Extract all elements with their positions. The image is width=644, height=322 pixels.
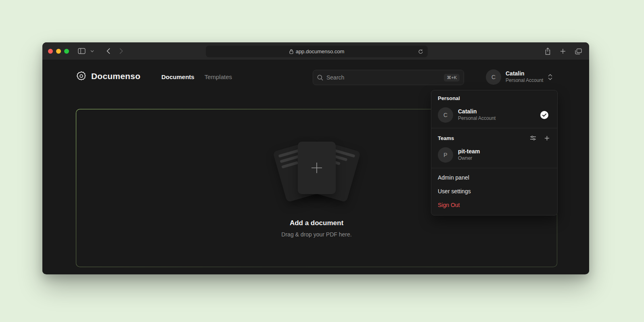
refresh-icon <box>418 49 423 54</box>
brand-name: Documenso <box>91 71 140 81</box>
share-button[interactable] <box>542 46 554 57</box>
new-tab-button[interactable] <box>557 46 569 57</box>
teams-section-label: Teams <box>438 135 454 141</box>
personal-account-name: Catalin <box>458 108 496 115</box>
menu-divider <box>431 128 557 128</box>
personal-account-avatar: C <box>438 107 453 123</box>
toolbar-action-icons <box>542 46 584 57</box>
personal-section-label: Personal <box>431 94 557 105</box>
add-document-plus-icon <box>310 161 324 175</box>
account-name: Catalin <box>506 70 543 77</box>
back-arrow-icon <box>107 48 110 54</box>
share-icon <box>545 48 551 55</box>
forward-button[interactable] <box>115 46 127 57</box>
tab-overview-button[interactable] <box>572 46 584 57</box>
browser-toolbar: app.documenso.com <box>42 42 589 60</box>
team-avatar: P <box>438 147 453 163</box>
sidebar-menu-chevron-button[interactable] <box>88 46 96 57</box>
search-shortcut-badge: ⌘+K <box>444 74 460 82</box>
nav-templates[interactable]: Templates <box>205 73 232 80</box>
personal-account-type: Personal Account <box>458 115 496 122</box>
window-controls <box>48 49 69 54</box>
back-button[interactable] <box>102 46 114 57</box>
selected-check <box>540 111 548 119</box>
sidebar-toggle-button[interactable] <box>75 46 88 57</box>
lock-icon <box>289 49 293 54</box>
menu-item-admin-panel[interactable]: Admin panel <box>431 171 557 184</box>
menu-item-user-settings[interactable]: User settings <box>431 184 557 198</box>
plus-icon <box>560 48 566 54</box>
menu-item-sign-out[interactable]: Sign Out <box>431 198 557 212</box>
teams-section-header: Teams <box>431 131 557 144</box>
refresh-button[interactable] <box>416 48 425 56</box>
add-team-button[interactable] <box>543 134 551 142</box>
main-nav: Documents Templates <box>161 73 232 80</box>
url-text: app.documenso.com <box>296 48 345 54</box>
team-role: Owner <box>458 155 480 162</box>
document-card-center <box>298 142 336 194</box>
toolbar-nav-icons <box>75 46 127 57</box>
search-icon <box>317 75 323 81</box>
team-item[interactable]: P pit-team Owner <box>434 144 555 165</box>
documenso-logo-icon <box>76 71 87 82</box>
personal-account-item[interactable]: C Catalin Personal Account <box>434 105 555 125</box>
account-text: Catalin Personal Account <box>506 70 543 84</box>
search-box[interactable]: ⌘+K <box>313 70 464 85</box>
sidebar-icon <box>78 48 86 54</box>
tabs-icon <box>575 48 582 54</box>
forward-arrow-icon <box>119 48 123 54</box>
account-dropdown-menu: Personal C Catalin Personal Account Team… <box>431 90 558 215</box>
account-avatar: C <box>486 69 501 85</box>
nav-documents[interactable]: Documents <box>161 73 194 80</box>
account-menu-button[interactable]: C Catalin Personal Account <box>486 69 553 85</box>
search-input[interactable] <box>326 74 441 81</box>
chevron-down-icon <box>90 50 94 52</box>
team-settings-icon <box>530 135 536 141</box>
brand[interactable]: Documenso <box>76 71 140 82</box>
chevron-up-down-icon <box>548 73 553 81</box>
documenso-app: Documenso Documents Templates ⌘+K C Cata… <box>42 60 589 274</box>
menu-divider <box>431 168 557 168</box>
browser-window: app.documenso.com <box>42 42 589 274</box>
personal-account-text: Catalin Personal Account <box>458 108 496 121</box>
team-text: pit-team Owner <box>458 148 480 161</box>
zoom-window-button[interactable] <box>64 49 69 54</box>
document-cards-illustration <box>266 138 367 206</box>
account-type: Personal Account <box>506 77 543 84</box>
minimize-window-button[interactable] <box>56 49 61 54</box>
address-bar[interactable]: app.documenso.com <box>206 46 428 57</box>
team-name: pit-team <box>458 148 480 155</box>
add-team-plus-icon <box>544 136 550 141</box>
check-icon <box>540 111 548 119</box>
manage-teams-button[interactable] <box>529 134 537 142</box>
dropzone-subtitle: Drag & drop your PDF here. <box>281 231 351 238</box>
teams-header-icons <box>529 134 551 142</box>
dropzone-title: Add a document <box>290 219 343 227</box>
close-window-button[interactable] <box>48 49 53 54</box>
